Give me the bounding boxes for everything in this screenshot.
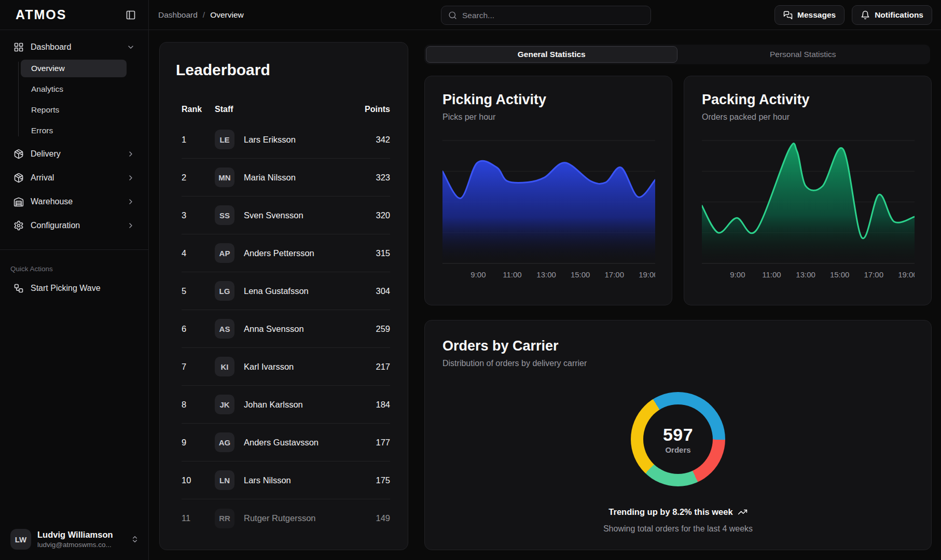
search-input[interactable]	[462, 11, 644, 20]
package-check-icon	[13, 173, 24, 183]
sidebar: ATMOS Dashboard Overview Analytic	[0, 0, 149, 560]
svg-text:11:00: 11:00	[762, 270, 781, 279]
sidebar-collapse-button[interactable]	[126, 10, 136, 20]
picking-activity-chart: 9:0011:0013:0015:0017:0019:00	[442, 137, 655, 285]
sidebar-header: ATMOS	[0, 0, 148, 30]
sidebar-item-configuration[interactable]: Configuration	[8, 215, 140, 236]
points-cell: 177	[376, 438, 390, 447]
svg-text:15:00: 15:00	[571, 270, 590, 279]
sidebar-item-errors[interactable]: Errors	[21, 122, 127, 139]
chevron-down-icon	[127, 43, 135, 51]
leaderboard-header-row: Rank Staff Points	[182, 105, 390, 114]
sidebar-item-dashboard[interactable]: Dashboard	[8, 37, 140, 58]
points-cell: 259	[376, 324, 390, 334]
rank-cell: 2	[182, 173, 215, 183]
topbar: Dashboard / Overview Messages Notificati…	[149, 0, 941, 30]
table-row: 6ASAnna Svensson259	[182, 310, 390, 348]
avatar: AG	[215, 432, 234, 452]
staff-name-cell: Anna Svensson	[244, 324, 376, 334]
tab-general-statistics[interactable]: General Statistics	[426, 46, 677, 63]
sidebar-item-label: Analytics	[31, 85, 63, 94]
user-meta: Ludvig Williamson ludvig@atmoswms.co...	[37, 530, 124, 549]
svg-text:19:00: 19:00	[639, 270, 655, 279]
sidebar-item-label: Overview	[31, 64, 65, 73]
main-content: Leaderboard Rank Staff Points 1LELars Er…	[149, 30, 941, 560]
breadcrumb-separator: /	[203, 10, 205, 20]
svg-text:9:00: 9:00	[470, 270, 486, 279]
avatar: AP	[215, 243, 234, 263]
package-minus-icon	[13, 149, 24, 159]
sidebar-item-label: Dashboard	[31, 43, 71, 52]
user-email: ludvig@atmoswms.co...	[37, 541, 124, 549]
points-cell: 149	[376, 513, 390, 523]
avatar: LG	[215, 281, 234, 301]
orders-total-value: 597	[663, 425, 693, 445]
breadcrumb: Dashboard / Overview	[158, 0, 244, 30]
avatar: JK	[215, 395, 234, 414]
svg-text:13:00: 13:00	[536, 270, 556, 279]
avatar: KI	[215, 357, 234, 376]
sidebar-item-label: Delivery	[31, 149, 61, 159]
table-row: 7KIKarl Ivarsson217	[182, 348, 390, 386]
trend-row: Trending up by 8.2% this week	[425, 507, 931, 517]
staff-name-cell: Lars Eriksson	[244, 135, 376, 145]
sidebar-item-overview[interactable]: Overview	[21, 60, 127, 77]
trend-text: Trending up by 8.2% this week	[608, 507, 732, 517]
orders-by-carrier-card: Orders by Carrier Distribution of orders…	[424, 320, 932, 550]
tab-label: General Statistics	[518, 50, 586, 59]
svg-text:17:00: 17:00	[864, 270, 884, 279]
tab-label: Personal Statistics	[770, 50, 836, 59]
breadcrumb-overview: Overview	[210, 10, 244, 20]
sidebar-item-reports[interactable]: Reports	[21, 101, 127, 119]
tab-personal-statistics[interactable]: Personal Statistics	[677, 46, 929, 63]
leaderboard-card: Leaderboard Rank Staff Points 1LELars Er…	[159, 42, 408, 550]
staff-name-cell: Karl Ivarsson	[244, 362, 376, 372]
sidebar-item-warehouse[interactable]: Warehouse	[8, 191, 140, 212]
search-icon	[448, 11, 457, 20]
rank-cell: 10	[182, 475, 215, 485]
sidebar-item-label: Configuration	[31, 221, 80, 230]
table-row: 3SSSven Svensson320	[182, 197, 390, 234]
avatar: MN	[215, 167, 234, 187]
orders-total-label: Orders	[665, 445, 690, 454]
rank-cell: 5	[182, 286, 215, 296]
messages-icon	[783, 10, 793, 20]
leaderboard-table: 1LELars Eriksson3422MNMaria Nilsson3233S…	[182, 121, 390, 537]
sidebar-item-label: Warehouse	[31, 197, 73, 206]
points-cell: 184	[376, 400, 390, 410]
staff-name-cell: Lena Gustafsson	[244, 286, 376, 296]
workflow-icon	[13, 283, 24, 293]
points-cell: 342	[376, 135, 390, 145]
quick-action-start-picking-wave[interactable]: Start Picking Wave	[8, 278, 140, 299]
messages-label: Messages	[797, 10, 836, 20]
search-bar	[441, 6, 651, 25]
quick-action-label: Start Picking Wave	[31, 284, 101, 293]
trending-up-icon	[738, 507, 748, 517]
table-row: 9AGAnders Gustavsson177	[182, 424, 390, 461]
breadcrumb-dashboard[interactable]: Dashboard	[158, 10, 198, 20]
staff-name-cell: Anders Pettersson	[244, 248, 376, 258]
table-row: 10LNLars Nilsson175	[182, 461, 390, 499]
staff-name-cell: Anders Gustavsson	[244, 438, 376, 447]
app-window: ATMOS Dashboard Overview Analytic	[0, 0, 941, 560]
sidebar-item-analytics[interactable]: Analytics	[21, 80, 127, 98]
messages-button[interactable]: Messages	[774, 5, 845, 25]
svg-text:15:00: 15:00	[830, 270, 850, 279]
rank-cell: 3	[182, 211, 215, 220]
table-row: 1LELars Eriksson342	[182, 121, 390, 159]
rank-cell: 11	[182, 513, 215, 523]
rank-cell: 8	[182, 400, 215, 410]
notifications-button[interactable]: Notifications	[852, 5, 932, 25]
avatar: LW	[10, 529, 31, 550]
sidebar-item-arrival[interactable]: Arrival	[8, 167, 140, 188]
panel-left-icon	[126, 10, 136, 20]
svg-text:9:00: 9:00	[730, 270, 745, 279]
user-menu[interactable]: LW Ludvig Williamson ludvig@atmoswms.co.…	[0, 521, 148, 560]
staff-name-cell: Sven Svensson	[244, 211, 376, 220]
svg-text:19:00: 19:00	[898, 270, 915, 279]
column-header-points: Points	[365, 105, 390, 114]
sidebar-item-delivery[interactable]: Delivery	[8, 144, 140, 164]
avatar: RR	[215, 509, 234, 528]
rank-cell: 9	[182, 438, 215, 447]
sidebar-nav: Dashboard Overview Analytics Reports Err…	[0, 30, 148, 239]
